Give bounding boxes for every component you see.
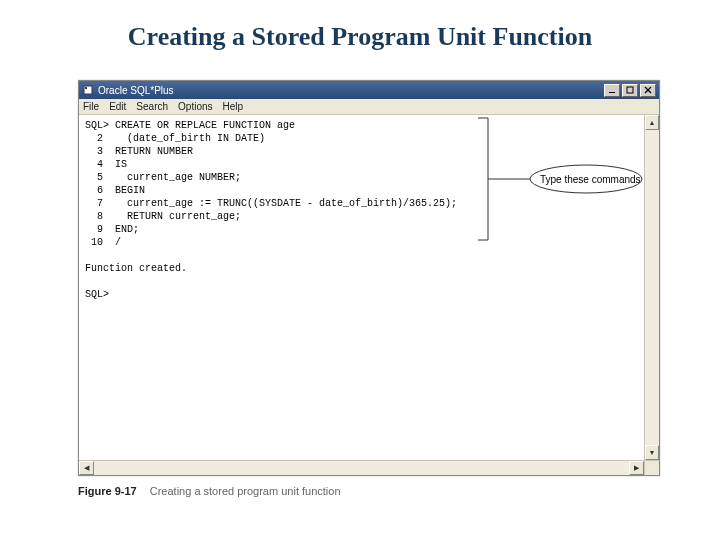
scroll-down-button[interactable]: ▼: [645, 445, 659, 460]
scroll-track[interactable]: [94, 461, 629, 475]
sqlplus-window: Oracle SQL*Plus File Edit Search Options…: [78, 80, 660, 476]
client-wrap: SQL> CREATE OR REPLACE FUNCTION age 2 (d…: [79, 115, 659, 460]
minimize-button[interactable]: [604, 84, 620, 97]
line: Function created.: [85, 263, 187, 274]
menu-edit[interactable]: Edit: [109, 101, 126, 112]
window-title: Oracle SQL*Plus: [98, 85, 604, 96]
terminal-output[interactable]: SQL> CREATE OR REPLACE FUNCTION age 2 (d…: [79, 115, 644, 460]
line: 7 current_age := TRUNC((SYSDATE - date_o…: [85, 198, 457, 209]
figure-caption: Figure 9-17 Creating a stored program un…: [78, 485, 341, 497]
line: 4 IS: [85, 159, 127, 170]
line: SQL>: [85, 289, 109, 300]
menubar: File Edit Search Options Help: [79, 99, 659, 115]
line: SQL> CREATE OR REPLACE FUNCTION age: [85, 120, 295, 131]
scroll-left-button[interactable]: ◀: [79, 461, 94, 475]
line: 10 /: [85, 237, 121, 248]
line: 5 current_age NUMBER;: [85, 172, 241, 183]
titlebar: Oracle SQL*Plus: [79, 81, 659, 99]
window-controls: [604, 84, 656, 97]
line: 8 RETURN current_age;: [85, 211, 241, 222]
vertical-scrollbar[interactable]: ▲ ▼: [644, 115, 659, 460]
scrollbar-corner: [644, 461, 659, 475]
close-button[interactable]: [640, 84, 656, 97]
scroll-up-button[interactable]: ▲: [645, 115, 659, 130]
figure-text: Creating a stored program unit function: [150, 485, 341, 497]
horizontal-scrollbar[interactable]: ◀ ▶: [79, 460, 659, 475]
svg-rect-1: [85, 87, 87, 89]
menu-help[interactable]: Help: [223, 101, 244, 112]
callout-label: Type these commands: [530, 170, 651, 189]
menu-search[interactable]: Search: [136, 101, 168, 112]
figure-number: Figure 9-17: [78, 485, 137, 497]
svg-rect-3: [627, 87, 633, 93]
svg-rect-2: [609, 92, 615, 93]
scroll-right-button[interactable]: ▶: [629, 461, 644, 475]
maximize-button[interactable]: [622, 84, 638, 97]
line: 2 (date_of_birth IN DATE): [85, 133, 265, 144]
app-icon: [82, 84, 94, 96]
line: 6 BEGIN: [85, 185, 145, 196]
menu-file[interactable]: File: [83, 101, 99, 112]
menu-options[interactable]: Options: [178, 101, 212, 112]
line: 9 END;: [85, 224, 139, 235]
line: 3 RETURN NUMBER: [85, 146, 193, 157]
slide-title: Creating a Stored Program Unit Function: [0, 22, 720, 52]
